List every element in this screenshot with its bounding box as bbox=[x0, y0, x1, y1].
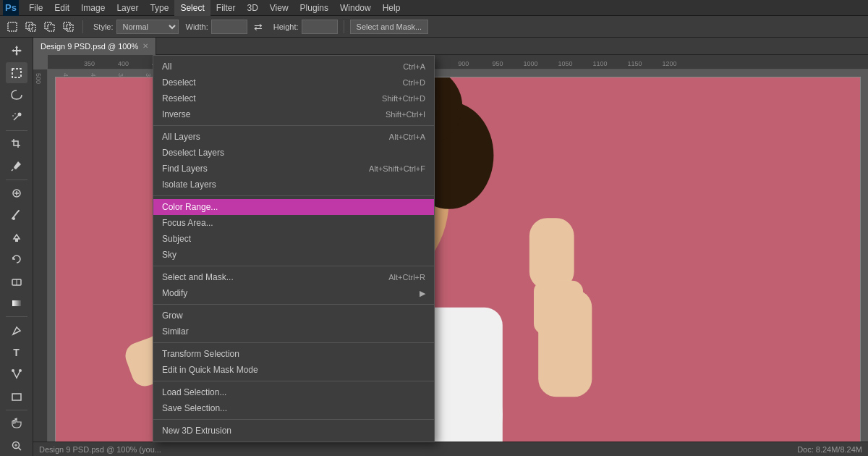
active-tab[interactable]: Design 9 PSD.psd @ 100% ✕ bbox=[33, 38, 156, 55]
menu-item-all-layers[interactable]: All Layers Alt+Ctrl+A bbox=[153, 129, 434, 145]
menu-item-color-range[interactable]: Color Range... bbox=[153, 199, 434, 215]
menu-item-similar-label: Similar bbox=[162, 326, 189, 337]
svg-line-25 bbox=[18, 447, 21, 450]
menu-item-inverse[interactable]: Inverse Shift+Ctrl+I bbox=[153, 106, 434, 122]
select-menu-dropdown: All Ctrl+A Deselect Ctrl+D Reselect Shif… bbox=[153, 55, 435, 442]
tool-sep-3 bbox=[6, 316, 27, 317]
menu-3d[interactable]: 3D bbox=[241, 0, 263, 16]
document-size: Doc: 8.24M/8.24M bbox=[797, 445, 862, 454]
menu-item-all-layers-shortcut: Alt+Ctrl+A bbox=[389, 132, 425, 141]
menu-layer[interactable]: Layer bbox=[111, 0, 144, 16]
menu-window[interactable]: Window bbox=[334, 0, 377, 16]
photoshop-logo: Ps bbox=[3, 0, 19, 16]
style-select[interactable]: NormalFixed RatioFixed Size bbox=[116, 20, 179, 34]
svg-point-9 bbox=[17, 112, 21, 116]
shape-tool[interactable] bbox=[6, 387, 27, 407]
add-selection-icon[interactable] bbox=[23, 19, 39, 35]
eyedropper-tool[interactable] bbox=[6, 156, 27, 176]
menu-item-reselect[interactable]: Reselect Shift+Ctrl+D bbox=[153, 90, 434, 106]
options-bar: Style: NormalFixed RatioFixed Size Width… bbox=[0, 16, 868, 38]
brush-tool[interactable] bbox=[6, 205, 27, 225]
tab-close-button[interactable]: ✕ bbox=[142, 42, 148, 50]
svg-rect-35 bbox=[534, 281, 583, 334]
hand-tool[interactable] bbox=[6, 413, 27, 434]
menu-item-select-and-mask[interactable]: Select and Mask... Alt+Ctrl+R bbox=[153, 269, 434, 285]
menu-item-modify-label: Modify bbox=[162, 288, 187, 298]
menu-item-sky[interactable]: Sky bbox=[153, 247, 434, 263]
menu-edit[interactable]: Edit bbox=[48, 0, 75, 16]
width-label: Width: bbox=[186, 22, 208, 31]
menu-item-all[interactable]: All Ctrl+A bbox=[153, 59, 434, 75]
menu-item-focus-area-label: Focus Area... bbox=[162, 218, 213, 228]
menu-item-modify[interactable]: Modify ▶ bbox=[153, 285, 434, 301]
lasso-tool[interactable] bbox=[6, 85, 27, 105]
svg-point-16 bbox=[12, 217, 15, 220]
menu-item-focus-area[interactable]: Focus Area... bbox=[153, 215, 434, 231]
menu-bar: Ps File Edit Image Layer Type Select Fil… bbox=[0, 0, 868, 16]
style-label: Style: bbox=[93, 22, 114, 31]
tab-bar: Design 9 PSD.psd @ 100% ✕ bbox=[33, 38, 868, 55]
gradient-tool[interactable] bbox=[6, 293, 27, 313]
eraser-tool[interactable] bbox=[6, 271, 27, 291]
history-brush-tool[interactable] bbox=[6, 249, 27, 269]
menu-item-modify-arrow: ▶ bbox=[420, 289, 425, 298]
menu-item-inverse-label: Inverse bbox=[162, 109, 190, 119]
menu-item-similar[interactable]: Similar bbox=[153, 324, 434, 339]
menu-item-reselect-label: Reselect bbox=[162, 93, 196, 104]
menu-divider-5 bbox=[153, 342, 434, 343]
menu-select[interactable]: Select bbox=[174, 0, 210, 16]
select-and-mask-button[interactable]: Select and Mask... bbox=[350, 20, 429, 34]
menu-item-transform-selection[interactable]: Transform Selection bbox=[153, 346, 434, 362]
swap-icon[interactable]: ⇄ bbox=[250, 19, 266, 35]
heal-tool[interactable] bbox=[6, 183, 27, 203]
menu-divider-6 bbox=[153, 381, 434, 381]
stamp-tool[interactable] bbox=[6, 227, 27, 248]
new-selection-icon[interactable] bbox=[4, 19, 20, 35]
menu-item-quick-mask[interactable]: Edit in Quick Mask Mode bbox=[153, 362, 434, 378]
left-toolbar: T bbox=[0, 38, 33, 456]
menu-item-subject[interactable]: Subject bbox=[153, 231, 434, 247]
intersect-selection-icon[interactable] bbox=[61, 19, 77, 35]
width-input[interactable] bbox=[211, 20, 247, 34]
menu-item-deselect-layers[interactable]: Deselect Layers bbox=[153, 145, 434, 161]
menu-plugins[interactable]: Plugins bbox=[294, 0, 334, 16]
separator-1 bbox=[82, 20, 83, 33]
magic-wand-tool[interactable] bbox=[6, 106, 27, 127]
move-tool[interactable] bbox=[6, 41, 27, 61]
menu-item-load-selection-label: Load Selection... bbox=[162, 387, 226, 397]
marquee-tool[interactable] bbox=[6, 62, 27, 83]
menu-divider-1 bbox=[153, 125, 434, 126]
menu-type[interactable]: Type bbox=[144, 0, 174, 16]
crop-tool[interactable] bbox=[6, 134, 27, 154]
menu-item-sky-label: Sky bbox=[162, 250, 176, 260]
menu-divider-2 bbox=[153, 195, 434, 196]
menu-item-save-selection[interactable]: Save Selection... bbox=[153, 400, 434, 416]
menu-view[interactable]: View bbox=[264, 0, 294, 16]
menu-item-subject-label: Subject bbox=[162, 234, 191, 244]
path-selection-tool[interactable] bbox=[6, 364, 27, 384]
menu-item-color-range-label: Color Range... bbox=[162, 202, 218, 212]
menu-file[interactable]: File bbox=[23, 0, 48, 16]
menu-item-find-layers[interactable]: Find Layers Alt+Shift+Ctrl+F bbox=[153, 161, 434, 177]
menu-item-new-3d-extrusion-label: New 3D Extrusion bbox=[162, 426, 231, 436]
text-tool[interactable]: T bbox=[6, 342, 27, 363]
menu-item-isolate-layers[interactable]: Isolate Layers bbox=[153, 177, 434, 193]
menu-filter[interactable]: Filter bbox=[210, 0, 242, 16]
menu-item-load-selection[interactable]: Load Selection... bbox=[153, 384, 434, 400]
canvas-area[interactable]: Design 9 PSD.psd @ 100% ✕ 350 400 450 50… bbox=[33, 38, 868, 456]
menu-help[interactable]: Help bbox=[377, 0, 407, 16]
menu-image[interactable]: Image bbox=[75, 0, 111, 16]
subtract-selection-icon[interactable] bbox=[42, 19, 58, 35]
menu-item-new-3d-extrusion[interactable]: New 3D Extrusion bbox=[153, 423, 434, 439]
height-input[interactable] bbox=[302, 20, 338, 34]
zoom-tool[interactable] bbox=[6, 436, 27, 456]
menu-divider-3 bbox=[153, 266, 434, 266]
svg-point-22 bbox=[19, 369, 22, 372]
menu-item-all-label: All bbox=[162, 62, 171, 72]
menu-item-deselect[interactable]: Deselect Ctrl+D bbox=[153, 75, 434, 90]
tool-sep-2 bbox=[6, 180, 27, 180]
svg-point-21 bbox=[12, 369, 14, 372]
menu-item-select-and-mask-shortcut: Alt+Ctrl+R bbox=[388, 273, 425, 282]
menu-item-grow[interactable]: Grow bbox=[153, 308, 434, 324]
pen-tool[interactable] bbox=[6, 320, 27, 340]
